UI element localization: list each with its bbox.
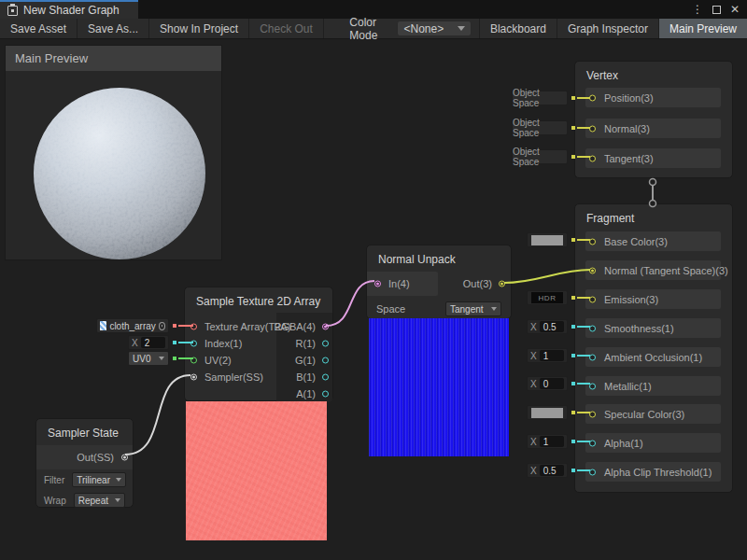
vertex-row-position[interactable]: Position(3) <box>585 88 721 107</box>
normal-space-dropdown[interactable]: Object Space <box>512 120 568 135</box>
fragment-row-alpha[interactable]: Alpha(1) <box>585 433 721 453</box>
port-specular-color[interactable] <box>589 411 596 417</box>
input-row-index[interactable]: Index(1) <box>185 335 242 351</box>
fragment-row-normal-tangent[interactable]: Normal (Tangent Space)(3) <box>585 260 721 280</box>
widget-specular-color <box>527 405 590 420</box>
port-emission[interactable] <box>589 296 596 302</box>
port-sampler[interactable] <box>190 373 197 380</box>
show-in-project-button[interactable]: Show In Project <box>149 19 249 38</box>
fragment-row-base-color[interactable]: Base Color(3) <box>585 231 721 251</box>
main-preview-header[interactable]: Main Preview <box>6 46 221 71</box>
vertex-row-tangent[interactable]: Tangent(3) <box>585 148 721 168</box>
check-out-button[interactable]: Check Out <box>249 19 324 38</box>
port-r[interactable] <box>322 340 329 346</box>
alpha-field[interactable]: X1 <box>527 434 568 449</box>
port-tangent[interactable] <box>589 155 596 161</box>
object-picker-icon[interactable] <box>159 322 165 330</box>
output-row-a[interactable]: A(1) <box>276 385 332 401</box>
fragment-row-ambient-occlusion[interactable]: Ambient Occlusion(1) <box>585 347 721 367</box>
node-vertex[interactable]: Vertex Position(3) Normal(3) Tangent(3) <box>574 61 733 178</box>
value-field[interactable]: 1 <box>540 350 564 361</box>
value-field[interactable]: 0.5 <box>540 465 564 476</box>
position-space-dropdown[interactable]: Object Space <box>512 91 568 105</box>
sample-texture-body: Texture Array(T2A) Index(1) UV(2) Sample… <box>185 314 332 402</box>
specular-color-swatch[interactable] <box>527 405 568 420</box>
sampler-state-out-row[interactable]: Out(SS) <box>36 445 133 469</box>
tangent-space-dropdown[interactable]: Object Space <box>512 149 568 164</box>
port-normal[interactable] <box>589 125 596 132</box>
value-field[interactable]: 2 <box>141 337 165 348</box>
kebab-menu-icon[interactable]: ⋮ <box>692 4 703 15</box>
output-row-g[interactable]: G(1) <box>276 352 332 368</box>
port-out[interactable] <box>499 281 505 287</box>
port-alpha[interactable] <box>589 440 596 446</box>
input-row-sampler[interactable]: Sampler(SS) <box>185 369 263 385</box>
fragment-row-smoothness[interactable]: Smoothness(1) <box>585 318 721 338</box>
window-controls: ⋮ ✕ <box>692 0 747 19</box>
port-smoothness[interactable] <box>589 325 596 331</box>
blackboard-toggle-button[interactable]: Blackboard <box>479 19 557 38</box>
node-normal-unpack[interactable]: Normal Unpack In(4) Out(3) Space Tangent <box>366 245 512 319</box>
index-field[interactable]: X2 <box>128 335 169 350</box>
port-out-ss[interactable] <box>121 455 128 461</box>
vertex-row-normal[interactable]: Normal(3) <box>585 119 721 138</box>
graph-canvas[interactable]: Main Preview <box>0 39 747 560</box>
port-a[interactable] <box>322 390 329 397</box>
stub-line <box>577 355 590 357</box>
smoothness-field[interactable]: X0.5 <box>527 319 568 334</box>
ambient-occlusion-field[interactable]: X1 <box>527 348 568 363</box>
close-icon[interactable]: ✕ <box>730 4 740 15</box>
save-as-button[interactable]: Save As... <box>78 19 149 38</box>
port-rgba[interactable] <box>322 323 329 329</box>
widget-base-color <box>527 232 590 247</box>
value-field[interactable]: 0.5 <box>540 321 564 332</box>
port-position[interactable] <box>589 94 596 101</box>
stub-line <box>577 97 590 99</box>
port-in[interactable] <box>374 281 381 287</box>
texture-array-object-field[interactable]: cloth_array <box>96 318 169 333</box>
port-base-color[interactable] <box>589 238 596 245</box>
value-field[interactable]: 1 <box>540 436 564 447</box>
fragment-row-metallic[interactable]: Metallic(1) <box>585 376 721 396</box>
port-metallic[interactable] <box>589 383 596 389</box>
filter-dropdown[interactable]: Trilinear <box>72 472 126 487</box>
base-color-swatch[interactable] <box>527 232 568 247</box>
port-ambient-occlusion[interactable] <box>589 354 596 360</box>
fragment-row-specular-color[interactable]: Specular Color(3) <box>585 404 721 424</box>
output-row-b[interactable]: B(1) <box>276 369 332 385</box>
stub-dot <box>173 357 176 360</box>
tab-new-shader-graph[interactable]: New Shader Graph <box>0 0 138 19</box>
normal-unpack-in[interactable]: In(4) <box>367 272 438 296</box>
node-sampler-state[interactable]: Sampler State Out(SS) Filter Trilinear W… <box>35 418 134 508</box>
graph-inspector-toggle-button[interactable]: Graph Inspector <box>557 19 658 38</box>
x-label: X <box>132 338 138 348</box>
alpha-clip-threshold-field[interactable]: X0.5 <box>527 463 568 478</box>
port-b[interactable] <box>322 373 329 380</box>
metallic-field[interactable]: X0 <box>527 376 568 391</box>
main-preview-toggle-button[interactable]: Main Preview <box>658 19 747 38</box>
node-sample-texture-2d-array[interactable]: Sample Texture 2D Array Texture Array(T2… <box>184 287 333 401</box>
space-dropdown[interactable]: Tangent <box>445 301 501 316</box>
fragment-row-alpha-clip-threshold[interactable]: Alpha Clip Threshold(1) <box>585 462 721 482</box>
emission-hdr-swatch[interactable]: HDR <box>527 290 568 305</box>
chevron-down-icon <box>115 498 120 502</box>
save-asset-button[interactable]: Save Asset <box>0 19 78 38</box>
port-g[interactable] <box>322 357 329 363</box>
color-mode-dropdown[interactable]: <None> <box>397 21 471 36</box>
stub-dot <box>571 155 575 159</box>
value-field[interactable]: 0 <box>540 378 564 389</box>
node-fragment[interactable]: Fragment Base Color(3) Normal (Tangent S… <box>574 203 733 493</box>
stub-dot <box>571 382 575 385</box>
output-row-rgba[interactable]: RGBA(4) <box>276 318 332 334</box>
port-normal-tangent-space[interactable] <box>589 267 596 273</box>
wrap-dropdown[interactable]: Repeat <box>74 493 125 508</box>
color-swatch <box>531 235 563 245</box>
maximize-icon[interactable] <box>712 6 721 14</box>
fragment-row-emission[interactable]: Emission(3) <box>585 289 721 309</box>
output-row-r[interactable]: R(1) <box>276 335 332 351</box>
main-preview-panel[interactable]: Main Preview <box>5 45 222 260</box>
sampler-state-filter-row: Filter Trilinear <box>36 469 133 490</box>
port-alpha-clip-threshold[interactable] <box>589 469 596 475</box>
normal-unpack-out[interactable]: Out(3) <box>436 272 511 296</box>
uv-channel-dropdown[interactable]: UV0 <box>128 351 169 366</box>
